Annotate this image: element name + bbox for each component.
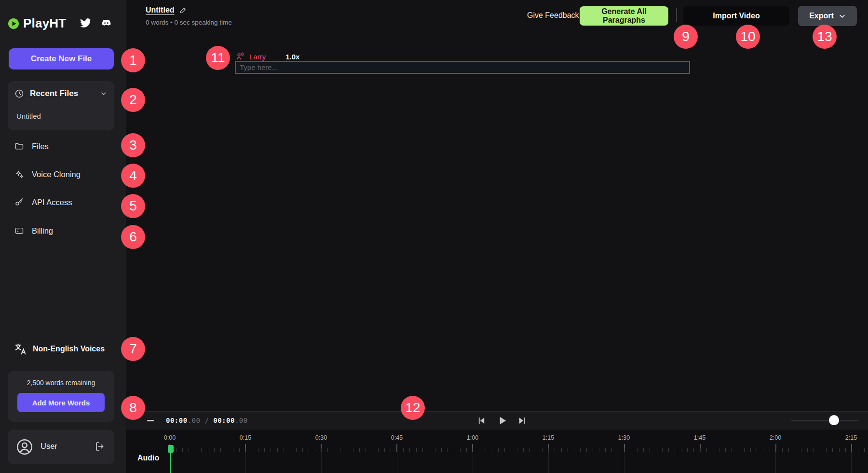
main-area: Untitled 0 words • 0 sec speaking time G…: [126, 0, 868, 411]
annotation-badge-11: 11: [206, 46, 230, 70]
key-icon: [14, 197, 24, 207]
sidebar-item-files[interactable]: Files: [14, 140, 49, 153]
playht-app: PlayHT Create New File Recent Files Unti…: [0, 0, 868, 473]
recent-files-title: Recent Files: [30, 89, 78, 98]
collapse-timeline-button[interactable]: [147, 420, 154, 421]
play-logo-icon: [8, 18, 19, 29]
give-feedback-link[interactable]: Give Feedback: [527, 11, 579, 20]
grid-line: [397, 452, 397, 473]
annotation-badge-2: 2: [121, 88, 145, 112]
grid-line: [700, 452, 700, 473]
chevron-down-icon[interactable]: [100, 90, 108, 97]
annotation-badge-4: 4: [121, 164, 145, 188]
timeline-zoom-slider-track[interactable]: [791, 420, 858, 421]
document-title[interactable]: Untitled: [146, 6, 175, 14]
ruler-label: 2:15: [845, 434, 857, 441]
sidebar-item-label: Files: [32, 142, 49, 151]
twitter-icon[interactable]: [80, 17, 91, 30]
import-video-button[interactable]: Import Video: [683, 6, 789, 26]
sidebar: PlayHT Create New File Recent Files Unti…: [0, 0, 126, 473]
play-button[interactable]: [497, 415, 508, 428]
annotation-badge-1: 1: [121, 48, 145, 72]
playhead-line: [170, 452, 171, 473]
playhead-handle[interactable]: [168, 445, 174, 453]
generate-all-paragraphs-button[interactable]: Generate All Paragraphs: [580, 6, 668, 26]
toolbar-divider: [676, 8, 677, 22]
app-logo[interactable]: PlayHT: [8, 16, 66, 31]
sidebar-item-voice-cloning[interactable]: Voice Cloning: [14, 168, 81, 181]
ruler-label: 0:15: [240, 434, 251, 441]
user-panel[interactable]: User: [8, 430, 114, 464]
words-quota-panel: 2,500 words remaining Add More Words: [8, 371, 114, 422]
ruler-label: 1:30: [618, 434, 630, 441]
sidebar-item-api-access[interactable]: API Access: [14, 196, 72, 209]
sparkles-icon: [14, 169, 24, 179]
grid-line: [473, 452, 473, 473]
annotation-badge-13: 13: [813, 25, 837, 49]
annotation-badge-3: 3: [121, 133, 145, 157]
edit-title-icon[interactable]: [179, 7, 187, 14]
annotation-badge-9: 9: [674, 25, 698, 49]
skip-to-end-button[interactable]: [518, 417, 526, 427]
recent-files-panel: Recent Files Untitled: [8, 81, 114, 130]
clock-icon: [14, 89, 24, 98]
ruler-label: 0:00: [164, 434, 176, 441]
total-time-frac: .00: [235, 417, 248, 424]
timeline-panel: 0:00 0:15 0:30 0:45 1:00 1:15 1:30 1:45 …: [126, 430, 868, 473]
audio-track-label: Audio: [137, 454, 159, 462]
voice-speaker-icon[interactable]: [235, 52, 245, 61]
ruler-minor-ticks: [170, 448, 868, 452]
sidebar-item-label: Billing: [32, 226, 53, 236]
recent-file-item[interactable]: Untitled: [16, 112, 41, 120]
grid-line: [775, 452, 776, 473]
grid-line: [245, 452, 246, 473]
sidebar-item-label: Voice Cloning: [32, 170, 81, 179]
discord-icon[interactable]: [100, 17, 112, 30]
transport-bar: 00:00.00 / 00:00.00: [126, 411, 868, 430]
total-time: 00:00: [213, 417, 235, 424]
avatar-icon: [15, 438, 34, 456]
sidebar-item-label: API Access: [32, 198, 72, 207]
current-time-frac: .00: [188, 417, 201, 424]
time-display: 00:00.00 / 00:00.00: [166, 417, 248, 424]
non-english-voices-label: Non-English Voices: [33, 345, 105, 353]
chevron-down-icon: [839, 13, 846, 20]
annotation-badge-6: 6: [121, 225, 145, 249]
annotation-badge-10: 10: [736, 25, 760, 49]
voice-speed[interactable]: 1.0x: [285, 53, 299, 61]
annotation-badge-5: 5: [121, 194, 145, 218]
time-separator: /: [200, 417, 213, 424]
ruler-label: 1:00: [467, 434, 478, 441]
voice-name[interactable]: Larry: [249, 53, 266, 61]
create-new-file-button[interactable]: Create New File: [9, 48, 114, 70]
user-label: User: [41, 442, 57, 451]
logout-icon[interactable]: [94, 441, 106, 452]
ruler-label: 1:45: [694, 434, 705, 441]
grid-line: [548, 452, 549, 473]
ruler-label: 1:15: [542, 434, 554, 441]
credit-card-icon: [14, 226, 24, 236]
timeline-zoom-slider-thumb[interactable]: [829, 415, 839, 425]
annotation-badge-12: 12: [401, 396, 425, 420]
translate-icon: [14, 343, 27, 355]
export-button-label: Export: [809, 12, 834, 20]
export-button[interactable]: Export: [798, 6, 857, 26]
current-time: 00:00: [166, 417, 188, 424]
app-logo-text: PlayHT: [23, 16, 66, 31]
paragraph-voice-row: Larry 1.0x: [235, 51, 299, 62]
recent-files-header[interactable]: Recent Files: [14, 89, 108, 98]
sidebar-item-non-english-voices[interactable]: Non-English Voices: [14, 343, 105, 355]
paragraph-text-input[interactable]: [235, 61, 690, 74]
document-stats: 0 words • 0 sec speaking time: [146, 19, 232, 26]
grid-line: [851, 452, 852, 473]
annotation-badge-8: 8: [121, 396, 145, 420]
annotation-badge-7: 7: [121, 337, 145, 361]
skip-to-start-button[interactable]: [477, 417, 486, 427]
words-remaining-text: 2,500 words remaining: [8, 379, 114, 387]
sidebar-item-billing[interactable]: Billing: [14, 224, 53, 237]
ruler-label: 2:00: [770, 434, 781, 441]
grid-line: [321, 452, 322, 473]
add-more-words-button[interactable]: Add More Words: [17, 393, 105, 412]
grid-line: [624, 452, 624, 473]
ruler-label: 0:30: [315, 434, 327, 441]
